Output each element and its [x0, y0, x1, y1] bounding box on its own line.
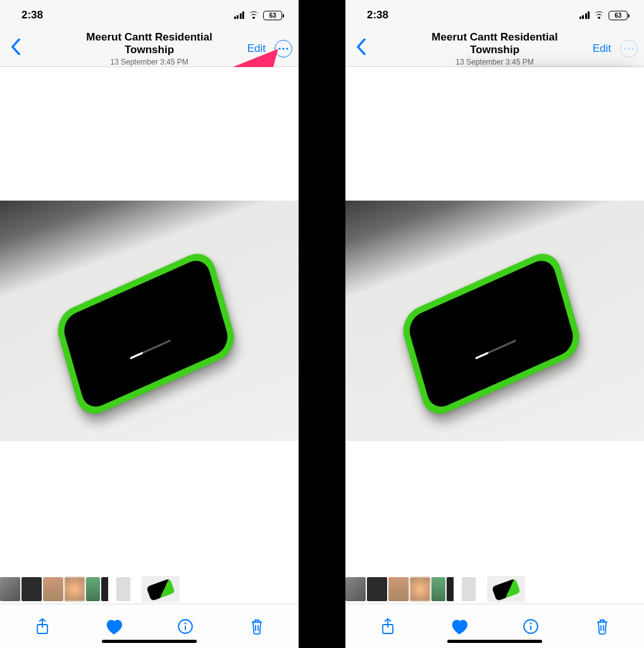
thumbnail-selected[interactable]: [487, 576, 525, 602]
nav-title: Meerut Cantt Residential Township 13 Sep…: [420, 31, 569, 66]
more-options-button[interactable]: [620, 40, 638, 58]
info-button[interactable]: [517, 613, 545, 640]
status-bar: 2:38 63: [0, 0, 299, 30]
thumbnail[interactable]: [65, 577, 85, 601]
current-photo: [345, 201, 644, 441]
nav-title: Meerut Cantt Residential Township 13 Sep…: [75, 31, 224, 66]
battery-icon: 63: [263, 11, 282, 20]
thumbnail[interactable]: [86, 577, 100, 601]
cellular-signal-icon: [579, 11, 590, 19]
back-button[interactable]: [6, 38, 25, 59]
info-button[interactable]: [171, 613, 199, 640]
thumbnail-selected[interactable]: [142, 576, 180, 602]
status-time: 2:38: [367, 9, 388, 22]
thumbnail[interactable]: [116, 577, 130, 601]
thumbnail-strip[interactable]: [345, 575, 644, 604]
cellular-signal-icon: [234, 11, 245, 19]
status-right-cluster: 63: [579, 11, 628, 20]
back-button[interactable]: [352, 38, 371, 59]
more-options-button[interactable]: [275, 40, 292, 58]
current-photo: [0, 201, 299, 441]
photo-viewer[interactable]: [0, 67, 299, 575]
favorite-button[interactable]: [445, 613, 473, 640]
nav-bar: Meerut Cantt Residential Township 13 Sep…: [345, 30, 644, 67]
favorite-button[interactable]: [100, 613, 128, 640]
delete-button[interactable]: [588, 613, 616, 640]
photo-subject-iphone: [399, 247, 585, 421]
thumbnail[interactable]: [410, 577, 430, 601]
svg-point-2: [286, 47, 288, 49]
thumbnail[interactable]: [43, 577, 63, 601]
edit-button[interactable]: Edit: [247, 42, 266, 55]
svg-point-1: [282, 47, 284, 49]
thumbnail[interactable]: [462, 577, 476, 601]
thumbnail[interactable]: [367, 577, 387, 601]
thumbnail[interactable]: [431, 577, 445, 601]
photo-subject-iphone: [53, 247, 239, 421]
phone-screenshot-left: 2:38 63 Meerut Cantt Residential Townshi…: [0, 0, 299, 648]
wifi-icon: [593, 11, 605, 20]
thumbnail[interactable]: [388, 577, 409, 601]
share-button[interactable]: [374, 613, 402, 640]
thumbnail[interactable]: [447, 577, 461, 601]
svg-point-0: [278, 47, 280, 49]
thumbnail[interactable]: [0, 577, 20, 601]
status-time: 2:38: [22, 9, 43, 22]
battery-icon: 63: [609, 11, 628, 20]
photo-location: Meerut Cantt Residential Township: [420, 31, 569, 56]
svg-point-25: [529, 622, 531, 624]
svg-point-8: [628, 47, 629, 49]
delete-button[interactable]: [243, 613, 271, 640]
phone-screenshot-right: 2:38 63 Meerut Cantt Residential Townshi…: [345, 0, 644, 648]
svg-point-7: [624, 47, 626, 49]
thumbnail-strip[interactable]: [0, 575, 299, 604]
edit-button[interactable]: Edit: [593, 42, 611, 55]
thumbnail[interactable]: [22, 577, 42, 601]
photo-location: Meerut Cantt Residential Township: [75, 31, 224, 56]
photo-viewer[interactable]: [345, 67, 644, 575]
status-bar: 2:38 63: [345, 0, 644, 30]
status-right-cluster: 63: [234, 11, 283, 20]
wifi-icon: [248, 11, 259, 20]
photo-datetime: 13 September 3:45 PM: [75, 58, 224, 66]
share-button[interactable]: [28, 613, 56, 640]
svg-point-9: [631, 47, 633, 49]
thumbnail[interactable]: [345, 577, 366, 601]
svg-point-6: [184, 622, 186, 624]
home-indicator[interactable]: [102, 640, 197, 643]
thumbnail[interactable]: [101, 577, 115, 601]
photo-datetime: 13 September 3:45 PM: [420, 58, 569, 66]
home-indicator[interactable]: [447, 640, 542, 643]
nav-bar: Meerut Cantt Residential Township 13 Sep…: [0, 30, 299, 67]
